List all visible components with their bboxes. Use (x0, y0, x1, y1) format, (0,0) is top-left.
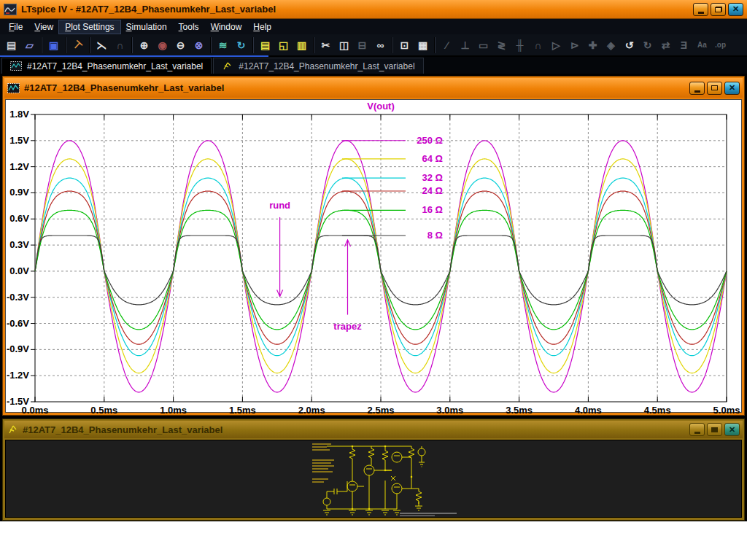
y-axis-label: -0.6V (7, 318, 29, 329)
place-component-icon[interactable]: ⊳ (565, 36, 584, 54)
copy-icon[interactable]: ◫ (335, 36, 353, 54)
halt-simulation-icon[interactable]: ∩ (111, 36, 129, 54)
menu-file[interactable]: File (3, 20, 28, 34)
plot-title: V(out) (367, 101, 395, 112)
rotate-icon[interactable]: Ǝ (675, 36, 693, 54)
draw-wire-icon[interactable]: ∕ (438, 36, 456, 54)
x-axis-label: 0.5ms (90, 405, 117, 414)
new-schematic-icon[interactable]: ▤ (2, 36, 20, 54)
close-button[interactable]: ✕ (728, 3, 743, 16)
zoom-out-icon[interactable]: ⊖ (171, 36, 190, 54)
x-axis-label: 4.5ms (644, 405, 671, 414)
schematic-drawing (6, 440, 743, 518)
menu-window[interactable]: Window (205, 20, 248, 34)
x-axis-label: 0.0ms (22, 405, 49, 414)
plot-close-button[interactable]: ✕ (724, 82, 740, 95)
tabbar: #12AT7_12B4_Phasenumkehr_Last_variabel#1… (0, 57, 747, 74)
cascade-windows-icon[interactable]: ◱ (274, 36, 293, 54)
x-axis-label: 1.5ms (229, 405, 256, 414)
tab-waveform[interactable]: #12AT7_12B4_Phasenumkehr_Last_variabel (1, 58, 212, 74)
place-diode-icon[interactable]: ▷ (547, 36, 565, 54)
toolbar-separator (65, 37, 66, 53)
legend-label-32ohm: 32 Ω (422, 172, 444, 183)
toolbar-separator (392, 37, 393, 53)
x-axis-label: 2.0ms (298, 405, 325, 414)
plot-canvas[interactable]: 1.8V1.5V1.2V0.9V0.6V0.3V0.0V-0.3V-0.6V-0… (5, 99, 742, 413)
waveform-window: #12AT7_12B4_Phasenumkehr_Last_variabel ✕… (2, 76, 745, 416)
restore-button[interactable] (711, 3, 726, 16)
plot-minimize-button[interactable] (689, 82, 705, 95)
find-icon[interactable]: ∞ (371, 36, 390, 54)
print-icon[interactable]: ▦ (414, 36, 432, 54)
annotation-trapez: trapez (333, 321, 362, 332)
place-inductor-icon[interactable]: ∩ (529, 36, 547, 54)
open-file-icon[interactable]: ▱ (20, 36, 39, 54)
schematic-maximize-button[interactable] (707, 423, 722, 436)
print-preview-icon[interactable]: ⊡ (395, 36, 414, 54)
y-axis-label: 0.6V (9, 213, 29, 224)
schematic-window-icon (7, 424, 18, 435)
spice-directive-icon[interactable]: .op (711, 36, 729, 54)
menu-tools[interactable]: Tools (173, 20, 205, 34)
schematic-close-button[interactable]: ✕ (724, 423, 740, 436)
cut-icon[interactable]: ✂ (317, 36, 335, 54)
pan-plot-icon[interactable]: ↻ (232, 36, 250, 54)
zoom-full-extents-icon[interactable]: ⊗ (190, 36, 208, 54)
place-label-icon[interactable]: ▭ (474, 36, 492, 54)
paste-icon[interactable]: ⊟ (353, 36, 371, 54)
schematic-window-titlebar: #12AT7_12B4_Phasenumkehr_Last_variabel ✕ (4, 421, 743, 438)
move-icon[interactable]: ✚ (584, 36, 602, 54)
ltspice-logo-icon (4, 4, 17, 15)
zoom-back-icon[interactable]: ◉ (153, 36, 171, 54)
place-resistor-icon[interactable]: ≷ (492, 36, 511, 54)
x-axis-label: 3.0ms (436, 405, 463, 414)
place-text-icon[interactable]: Aa (693, 36, 711, 54)
place-capacitor-icon[interactable]: ╫ (511, 36, 529, 54)
autorange-y-axis-icon[interactable]: ≋ (214, 36, 232, 54)
y-axis-label: 0.9V (9, 187, 29, 198)
screen: LTspice IV - #12AT7_12B4_Phasenumkehr_La… (0, 0, 747, 560)
plot-maximize-button[interactable] (707, 82, 722, 95)
zoom-in-icon[interactable]: ⊕ (135, 36, 153, 54)
tab-schematic[interactable]: #12AT7_12B4_Phasenumkehr_Last_variabel (213, 58, 423, 74)
save-icon[interactable]: ▣ (44, 36, 63, 54)
tile-vertically-icon[interactable]: ▥ (293, 36, 311, 54)
menu-help[interactable]: Help (247, 20, 277, 34)
waveform-plot[interactable]: 1.8V1.5V1.2V0.9V0.6V0.3V0.0V-0.3V-0.6V-0… (6, 100, 743, 414)
menu-simulation[interactable]: Simulation (120, 20, 173, 34)
undo-icon[interactable]: ↺ (620, 36, 638, 54)
menu-plot-settings[interactable]: Plot Settings (59, 20, 120, 34)
x-axis-label: 3.5ms (506, 405, 533, 414)
schematic-tab-icon (222, 61, 233, 71)
menubar: FileViewPlot SettingsSimulationToolsWind… (0, 19, 747, 34)
toolbar-separator (313, 37, 314, 53)
y-axis-label: -1.2V (7, 370, 29, 381)
place-ground-icon[interactable]: ⊥ (456, 36, 474, 54)
mirror-icon[interactable]: ⇄ (657, 36, 675, 54)
y-axis-label: 1.5V (9, 135, 29, 146)
toolbar-separator (89, 37, 90, 53)
toolbar-separator (210, 37, 212, 53)
minimize-button[interactable] (693, 3, 708, 16)
control-panel-hammer-icon[interactable]: ⊤ (69, 36, 87, 54)
y-axis-label: -0.3V (7, 292, 29, 303)
drag-icon[interactable]: ◈ (602, 36, 620, 54)
redo-icon[interactable]: ↻ (638, 36, 657, 54)
legend-label-24ohm: 24 Ω (422, 185, 444, 196)
menu-view[interactable]: View (28, 20, 59, 34)
app-title: LTspice IV - #12AT7_12B4_Phasenumkehr_La… (21, 4, 276, 15)
x-axis-label: 5.0ms (713, 405, 740, 414)
annotation-rund: rund (269, 200, 290, 211)
legend-label-16ohm: 16 Ω (422, 204, 444, 215)
waveform-window-titlebar: #12AT7_12B4_Phasenumkehr_Last_variabel ✕ (4, 78, 743, 98)
plot-frame (35, 114, 727, 402)
toolbar: ▤▱▣⊤⋋∩⊕◉⊖⊗≋↻▤◱▥✂◫⊟∞⊡▦∕⊥▭≷╫∩▷⊳✚◈↺↻⇄ƎAa.op (0, 34, 747, 55)
run-simulation-icon[interactable]: ⋋ (93, 36, 111, 54)
tile-horizontally-icon[interactable]: ▤ (256, 36, 274, 54)
tab-label: #12AT7_12B4_Phasenumkehr_Last_variabel (27, 61, 203, 71)
toolbar-separator (41, 37, 42, 53)
schematic-minimize-button[interactable] (689, 423, 705, 436)
schematic-canvas[interactable] (5, 440, 742, 518)
waveform-window-title: #12AT7_12B4_Phasenumkehr_Last_variabel (24, 82, 224, 93)
x-axis-label: 4.0ms (575, 405, 602, 414)
